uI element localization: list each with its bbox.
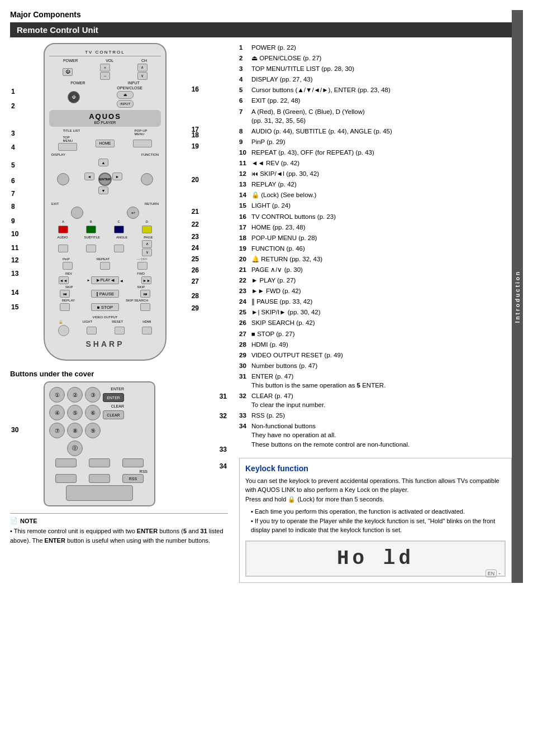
rev-btn[interactable]: ◄◄ [59,276,69,284]
enter-btn[interactable]: ENTER [98,173,112,186]
num-9-btn[interactable]: ⑨ [85,423,101,438]
cover-rss-btn[interactable]: RSS [122,474,144,483]
nav-up-btn[interactable]: ▲ [98,159,108,166]
top-menu-btn[interactable] [58,143,77,151]
cover-large-btn[interactable] [66,485,133,501]
off-btn[interactable] [137,262,147,270]
num-8-btn[interactable]: ⑧ [67,423,83,438]
stop-btn[interactable]: ■ STOP [91,303,119,311]
subtitle-btn[interactable] [86,245,96,252]
callout-30: 30 [11,426,18,434]
list-item: 12⏮ SKIP/◄I (pp. 30, 42) [239,169,512,178]
skip-fwd-btn[interactable]: ⏭ [140,290,150,298]
num-7-btn[interactable]: ⑦ [49,423,65,438]
popup-btn[interactable] [133,140,152,147]
light-btn[interactable] [87,327,97,334]
nav-left-btn[interactable]: ◄ [84,173,94,180]
sidebar-intro: Introduction [512,10,523,583]
pinp-btn[interactable] [63,262,73,270]
cover-btn-b[interactable] [89,458,110,467]
play-btn[interactable]: ▶ PLAY ◀ [91,276,119,284]
item-list: 1POWER (p. 22) 2⏏ OPEN/CLOSE (p. 27) 3TO… [239,43,512,449]
input-btn[interactable]: INPUT [117,100,134,108]
callout-28: 28 [192,292,199,300]
return-btn[interactable]: ↩ [127,207,139,219]
callout-33: 33 [220,446,227,453]
ch-down-btn[interactable]: ∨ [137,72,147,80]
page-up-btn[interactable]: ∧ [142,240,152,248]
replay-btn[interactable] [60,303,70,311]
btn-a-red[interactable] [58,226,68,233]
keylock-bullets: • Each time you perform this operation, … [245,507,506,535]
home-btn[interactable]: HOME [96,140,115,147]
angle-btn[interactable] [114,245,124,252]
vol-down-btn[interactable]: − [100,72,110,80]
audio-btn[interactable] [58,245,68,252]
hdmi-btn[interactable] [142,327,152,334]
num-1-btn[interactable]: ① [49,387,65,403]
list-item: 8AUDIO (p. 44), SUBTITLE (p. 44), ANGLE … [239,127,512,136]
open-close-btn[interactable]: ⏏ [117,91,134,99]
cover-enter-btn[interactable]: ENTER [103,393,124,402]
keylock-title: Keylock function [245,464,506,473]
power-btn[interactable]: ⏻ [68,91,80,103]
main-content: 1 2 3 4 5 6 7 8 9 10 11 12 13 14 [10,43,512,583]
list-item: 15LIGHT (p. 24) [239,201,512,210]
ch-up-btn[interactable]: ∧ [137,64,147,71]
num-5-btn[interactable]: ⑤ [67,405,83,420]
list-item: 19FUNCTION (p. 46) [239,244,512,253]
remote-body: TV CONTROL POWER VOL CH ⏻ + [27,43,183,361]
cover-clear-btn[interactable]: CLEAR [103,410,124,419]
display-btn[interactable] [57,173,69,185]
cover-btn-d[interactable] [55,474,77,483]
nav-down-btn[interactable]: ▼ [98,186,108,194]
btn-b-green[interactable] [86,226,96,233]
skip-search-btn[interactable] [140,303,150,311]
repeat-btn[interactable] [100,262,110,270]
number-grid: ① ② ③ ④ ⑤ ⑥ ⑦ ⑧ ⑨ [49,387,101,438]
hold-display: Ho ld [245,540,506,577]
aquos-section: AQUOS BD PLAYER [49,110,161,127]
list-item: 11◄◄ REV (p. 42) [239,159,512,168]
num-2-btn[interactable]: ② [67,387,83,403]
num-0-btn[interactable]: ⓪ [67,441,83,456]
vol-up-btn[interactable]: + [100,64,110,71]
list-item: 3TOP MENU/TITLE LIST (pp. 28, 30) [239,64,512,73]
page-down-btn[interactable]: ∨ [142,248,152,256]
callout-13: 13 [11,270,18,277]
num-3-btn[interactable]: ③ [85,387,101,403]
keylock-section: Keylock function You can set the keylock… [239,458,512,583]
function-btn[interactable] [141,173,153,185]
sharp-logo: SHARP [49,339,161,348]
list-item: 18POP-UP MENU (p. 28) [239,233,512,242]
cover-btn-a[interactable] [55,458,77,467]
reset-btn[interactable] [115,327,125,334]
list-item: 4DISPLAY (pp. 27, 43) [239,75,512,84]
exit-btn[interactable] [71,207,83,219]
callout-2: 2 [11,102,15,110]
cover-btn-e[interactable] [89,474,110,483]
num-4-btn[interactable]: ④ [49,405,65,420]
callout-26: 26 [192,266,199,274]
tv-labels: POWER VOL CH [49,59,161,63]
pause-btn[interactable]: ‖ PAUSE [91,290,119,298]
list-item: 27■ STOP (p. 27) [239,329,512,338]
callout-4: 4 [11,143,15,151]
callout-16: 16 [192,85,199,93]
callout-1: 1 [11,88,15,95]
nav-right-btn[interactable]: ► [112,173,122,180]
list-item: 33RSS (p. 25) [239,411,512,420]
cover-btn-c[interactable] [122,458,144,467]
lock-btn[interactable] [58,325,69,336]
list-item: 2⏏ OPEN/CLOSE (p. 27) [239,54,512,63]
tv-power-btn[interactable]: ⏻ [63,68,73,76]
btn-d-yellow[interactable] [142,226,152,233]
page-number: EN - [486,570,501,577]
btn-c-blue[interactable] [114,226,124,233]
num-6-btn[interactable]: ⑥ [85,405,101,420]
fwd-btn[interactable]: ►► [141,276,151,284]
sidebar-intro-text: Introduction [515,270,521,323]
under-cover-section: Buttons under the cover 31 32 33 34 30 [10,370,228,506]
list-item: 30Number buttons (p. 47) [239,361,512,370]
skip-rev-btn[interactable]: ⏮ [60,290,70,298]
